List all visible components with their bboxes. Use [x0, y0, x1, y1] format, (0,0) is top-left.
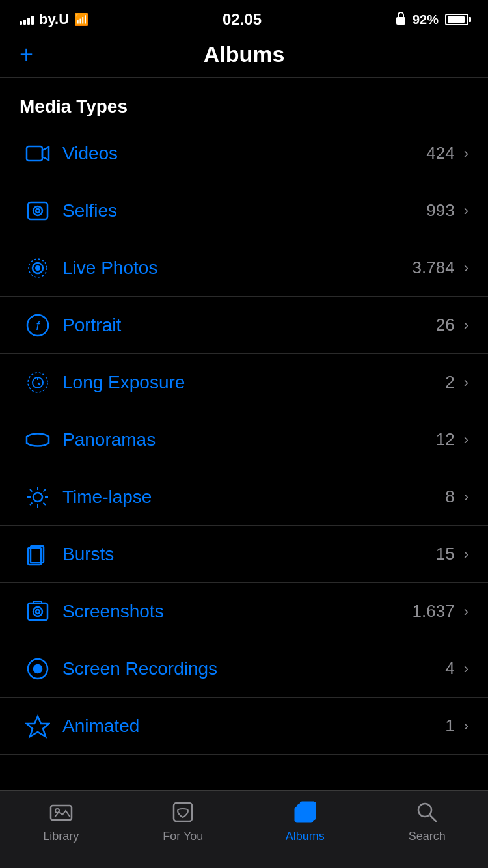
list-item-long-exposure[interactable]: Long Exposure 2 › — [0, 354, 488, 411]
bursts-count: 15 — [436, 544, 455, 564]
screenshots-chevron: › — [464, 603, 468, 620]
time-lapse-count: 8 — [445, 487, 454, 507]
list-item-panoramas[interactable]: Panoramas 12 › — [0, 411, 488, 468]
panoramas-count: 12 — [436, 429, 455, 450]
svg-line-20 — [30, 489, 33, 492]
list-item-portrait[interactable]: f Portrait 26 › — [0, 297, 488, 354]
animated-count: 1 — [445, 716, 454, 736]
lock-icon — [396, 12, 406, 28]
svg-line-39 — [430, 815, 437, 822]
tab-bar: Library For You Albums — [0, 790, 488, 868]
live-photos-chevron: › — [464, 260, 468, 277]
svg-point-15 — [33, 493, 42, 502]
svg-point-28 — [36, 610, 40, 614]
screenshots-label: Screenshots — [56, 601, 413, 622]
carrier-label: by.U — [39, 11, 69, 28]
panoramas-label: Panoramas — [56, 429, 436, 450]
selfies-chevron: › — [464, 202, 468, 219]
tab-search[interactable]: Search — [366, 798, 489, 843]
timelapse-icon — [20, 485, 56, 509]
selfie-icon — [20, 198, 56, 223]
selfies-label: Selfies — [56, 200, 426, 221]
list-item-screenshots[interactable]: Screenshots 1.637 › — [0, 583, 488, 640]
for-you-tab-icon — [169, 798, 197, 826]
list-item-videos[interactable]: Videos 424 › — [0, 125, 488, 182]
nav-bar: + Albums — [0, 35, 488, 78]
svg-rect-3 — [28, 202, 47, 219]
time-lapse-chevron: › — [464, 489, 468, 506]
tab-for-you[interactable]: For You — [122, 798, 245, 843]
time-lapse-label: Time-lapse — [56, 487, 445, 508]
portrait-count: 26 — [436, 315, 455, 335]
battery-percent: 92% — [413, 12, 439, 27]
battery-indicator — [445, 14, 468, 25]
screen-recordings-chevron: › — [464, 660, 468, 677]
svg-point-5 — [36, 209, 40, 213]
svg-line-22 — [44, 489, 46, 492]
svg-point-33 — [55, 809, 59, 813]
live-photos-count: 3.784 — [413, 258, 455, 278]
svg-rect-0 — [396, 17, 405, 25]
status-bar: by.U 📶 02.05 92% — [0, 0, 488, 35]
screen-recording-icon — [20, 657, 56, 681]
svg-rect-34 — [174, 803, 192, 821]
for-you-tab-label: For You — [163, 830, 203, 843]
list-item-screen-recordings[interactable]: Screen Recordings 4 › — [0, 640, 488, 698]
portrait-icon: f — [20, 313, 56, 338]
portrait-chevron: › — [464, 317, 468, 334]
live-photos-label: Live Photos — [56, 258, 413, 278]
svg-rect-1 — [27, 146, 42, 161]
list-item-live-photos[interactable]: Live Photos 3.784 › — [0, 239, 488, 297]
signal-bars — [20, 14, 34, 25]
list-item-animated[interactable]: Animated 1 › — [0, 698, 488, 755]
panoramas-chevron: › — [464, 431, 468, 448]
videos-label: Videos — [56, 143, 426, 164]
svg-line-21 — [44, 502, 46, 505]
svg-marker-2 — [42, 147, 49, 160]
bursts-icon — [20, 542, 56, 567]
search-tab-icon — [413, 798, 441, 826]
screen-recordings-count: 4 — [445, 658, 454, 679]
search-tab-label: Search — [409, 830, 446, 843]
screenshot-icon — [20, 599, 56, 624]
bursts-label: Bursts — [56, 544, 436, 565]
content-area: Media Types Videos 424 › Selfies 993 › — [0, 78, 488, 839]
svg-rect-37 — [300, 802, 316, 816]
svg-point-30 — [34, 665, 42, 673]
video-icon — [20, 141, 56, 166]
media-types-section-header: Media Types — [0, 78, 488, 125]
add-album-button[interactable]: + — [20, 43, 52, 66]
selfies-count: 993 — [426, 200, 454, 221]
videos-count: 424 — [426, 143, 454, 163]
svg-point-38 — [418, 804, 431, 817]
svg-rect-32 — [51, 806, 72, 820]
videos-chevron: › — [464, 145, 468, 162]
bursts-chevron: › — [464, 546, 468, 563]
svg-point-4 — [33, 206, 42, 215]
animated-label: Animated — [56, 716, 445, 737]
portrait-label: Portrait — [56, 315, 436, 336]
list-item-bursts[interactable]: Bursts 15 › — [0, 526, 488, 583]
screen-recordings-label: Screen Recordings — [56, 658, 445, 679]
svg-text:f: f — [36, 319, 40, 332]
library-tab-icon — [47, 798, 75, 826]
panorama-icon — [20, 427, 56, 452]
list-item-selfies[interactable]: Selfies 993 › — [0, 182, 488, 239]
library-tab-label: Library — [43, 830, 79, 843]
list-item-time-lapse[interactable]: Time-lapse 8 › — [0, 468, 488, 526]
animated-chevron: › — [464, 718, 468, 735]
tab-library[interactable]: Library — [0, 798, 122, 843]
svg-line-14 — [38, 383, 40, 385]
status-left: by.U 📶 — [20, 11, 88, 28]
screenshots-count: 1.637 — [413, 601, 455, 621]
wifi-icon: 📶 — [74, 12, 88, 27]
tab-albums[interactable]: Albums — [244, 798, 366, 843]
page-title: Albums — [204, 42, 285, 67]
long-exposure-icon — [20, 370, 56, 395]
svg-rect-26 — [28, 603, 47, 620]
albums-tab-icon — [291, 798, 319, 826]
albums-tab-label: Albums — [286, 830, 325, 843]
svg-point-7 — [36, 266, 40, 270]
status-right: 92% — [396, 12, 468, 28]
media-types-title: Media Types — [20, 96, 468, 117]
